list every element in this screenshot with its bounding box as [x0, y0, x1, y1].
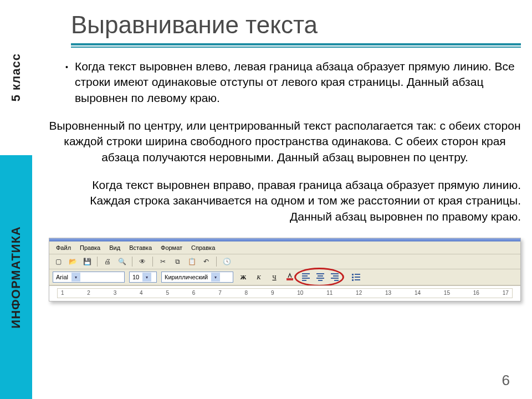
underline-button[interactable]: Ч	[269, 272, 280, 283]
ruler-mark: 13	[385, 290, 391, 296]
ruler-mark: 15	[444, 290, 450, 296]
slide-title: Выравнивание текста	[71, 11, 318, 39]
wordpad-screenshot: Файл Правка Вид Вставка Формат Справка ▢…	[49, 238, 521, 301]
separator	[132, 257, 132, 267]
color-button[interactable]	[284, 272, 295, 283]
copy-icon[interactable]: ⧉	[172, 256, 183, 267]
sidebar-subject-block: ИНФОРМАТИКА	[0, 155, 32, 399]
subject-label: ИНФОРМАТИКА	[9, 226, 23, 329]
format-toolbar: Arial ▾ 10 ▾ Кириллический ▾ Ж К Ч	[49, 269, 520, 285]
bullet-icon: •	[65, 59, 68, 106]
print-icon[interactable]: 🖨	[102, 256, 113, 267]
ruler-mark: 5	[166, 290, 169, 296]
paste-icon[interactable]: 📋	[186, 256, 197, 267]
cut-icon[interactable]: ✂	[157, 256, 168, 267]
ruler-mark: 12	[356, 290, 362, 296]
menubar: Файл Правка Вид Вставка Формат Справка	[49, 242, 520, 254]
save-icon[interactable]: 💾	[81, 256, 93, 267]
ruler-mark: 4	[140, 290, 143, 296]
grade-label: 5 класс	[9, 53, 23, 101]
find-icon[interactable]: 👁	[137, 256, 148, 267]
ruler-mark: 1	[61, 290, 64, 296]
bullets-button[interactable]	[351, 272, 362, 283]
sidebar: 5 класс ИНФОРМАТИКА	[0, 0, 32, 399]
ruler-mark: 11	[326, 290, 332, 296]
ruler-mark: 16	[473, 290, 479, 296]
italic-button[interactable]: К	[253, 272, 264, 283]
menu-view[interactable]: Вид	[106, 243, 124, 252]
ruler-mark: 3	[114, 290, 117, 296]
font-name-combo[interactable]: Arial ▾	[53, 272, 125, 283]
paragraph-center: Выровненный по центру, или центрированны…	[49, 118, 521, 165]
ruler-track: 1 2 3 4 5 6 7 8 9 10 11 12 13 14 15 16 1	[57, 288, 513, 298]
ruler-mark: 8	[245, 290, 248, 296]
charset-combo[interactable]: Кириллический ▾	[161, 272, 233, 283]
ruler-mark: 10	[297, 290, 303, 296]
page-number: 6	[502, 372, 510, 389]
separator	[97, 257, 98, 267]
align-button-group	[300, 272, 341, 283]
ruler-mark: 6	[192, 290, 196, 296]
ruler: 1 2 3 4 5 6 7 8 9 10 11 12 13 14 15 16 1	[49, 285, 520, 301]
ruler-mark: 2	[87, 290, 90, 296]
svg-rect-0	[287, 278, 293, 280]
open-file-icon[interactable]: 📂	[67, 256, 78, 267]
font-size-combo[interactable]: 10 ▾	[129, 272, 157, 283]
menu-insert[interactable]: Вставка	[126, 243, 155, 252]
paragraph-left-block: • Когда текст выровнен влево, левая гран…	[49, 59, 521, 106]
font-size-value: 10	[132, 274, 139, 280]
menu-format[interactable]: Формат	[157, 243, 186, 252]
paragraph-left: Когда текст выровнен влево, левая границ…	[75, 59, 521, 106]
align-left-button[interactable]	[300, 272, 312, 283]
title-row: Выравнивание текста	[49, 11, 521, 39]
ruler-mark: 9	[271, 290, 274, 296]
print-preview-icon[interactable]: 🔍	[116, 256, 127, 267]
sidebar-grade-block: 5 класс	[0, 0, 32, 155]
datetime-icon[interactable]: 🕓	[221, 256, 232, 267]
align-center-button[interactable]	[314, 272, 326, 283]
dropdown-icon[interactable]: ▾	[211, 273, 220, 282]
standard-toolbar: ▢ 📂 💾 🖨 🔍 👁 ✂ ⧉ 📋 ↶ 🕓	[49, 254, 520, 269]
undo-icon[interactable]: ↶	[201, 256, 212, 267]
align-right-button[interactable]	[329, 272, 341, 283]
menu-edit[interactable]: Правка	[76, 243, 104, 252]
dropdown-icon[interactable]: ▾	[71, 273, 80, 282]
bold-button[interactable]: Ж	[238, 272, 249, 283]
separator	[216, 257, 217, 267]
font-name-value: Arial	[56, 274, 68, 280]
new-file-icon[interactable]: ▢	[53, 256, 64, 267]
dropdown-icon[interactable]: ▾	[142, 273, 151, 282]
ruler-mark: 17	[503, 290, 509, 296]
ruler-numbers: 1 2 3 4 5 6 7 8 9 10 11 12 13 14 15 16 1	[58, 290, 512, 296]
separator	[152, 257, 153, 267]
title-underline	[71, 43, 521, 45]
slide-body: Выравнивание текста • Когда текст выровн…	[32, 0, 532, 399]
menu-file[interactable]: Файл	[53, 243, 74, 252]
menu-help[interactable]: Справка	[188, 243, 218, 252]
title-underline-thin	[71, 47, 521, 48]
ruler-mark: 14	[415, 290, 421, 296]
ruler-mark: 7	[218, 290, 222, 296]
charset-value: Кириллический	[165, 274, 208, 280]
paragraph-right: Когда текст выровнен вправо, правая гран…	[49, 177, 521, 224]
